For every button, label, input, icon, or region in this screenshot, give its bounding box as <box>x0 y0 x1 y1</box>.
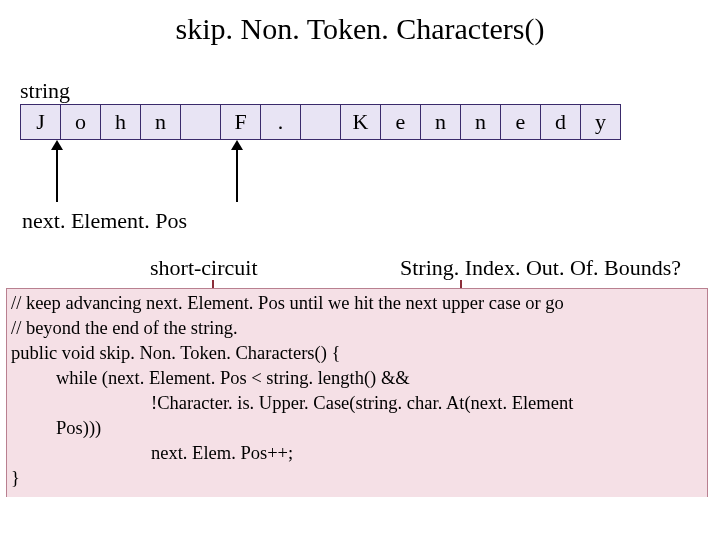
cell: o <box>60 104 101 140</box>
cell: J <box>20 104 61 140</box>
cell: h <box>100 104 141 140</box>
arrow-icon <box>236 142 238 202</box>
cell: d <box>540 104 581 140</box>
code-line: Pos))) <box>11 416 703 441</box>
char-array: J o h n F . K e n n e d y <box>20 104 621 140</box>
cell: . <box>260 104 301 140</box>
string-index-label: String. Index. Out. Of. Bounds? <box>400 255 681 281</box>
nextpos-label: next. Element. Pos <box>22 208 187 234</box>
cell: F <box>220 104 261 140</box>
cell: n <box>420 104 461 140</box>
code-line: !Character. is. Upper. Case(string. char… <box>11 391 703 416</box>
code-box: // keep advancing next. Element. Pos unt… <box>6 288 708 497</box>
cell <box>180 104 221 140</box>
short-circuit-label: short-circuit <box>150 255 258 281</box>
code-line: } <box>11 468 20 488</box>
code-line: public void skip. Non. Token. Characters… <box>11 343 340 363</box>
arrow-icon <box>56 142 58 202</box>
cell: e <box>500 104 541 140</box>
cell: n <box>140 104 181 140</box>
code-line: next. Elem. Pos++; <box>11 441 703 466</box>
code-line: // beyond the end of the string. <box>11 318 238 338</box>
cell <box>300 104 341 140</box>
string-label: string <box>20 78 70 104</box>
cell: K <box>340 104 381 140</box>
code-line: while (next. Element. Pos < string. leng… <box>11 366 703 391</box>
slide-title: skip. Non. Token. Characters() <box>0 0 720 56</box>
cell: y <box>580 104 621 140</box>
cell: e <box>380 104 421 140</box>
cell: n <box>460 104 501 140</box>
code-line: // keep advancing next. Element. Pos unt… <box>11 293 564 313</box>
